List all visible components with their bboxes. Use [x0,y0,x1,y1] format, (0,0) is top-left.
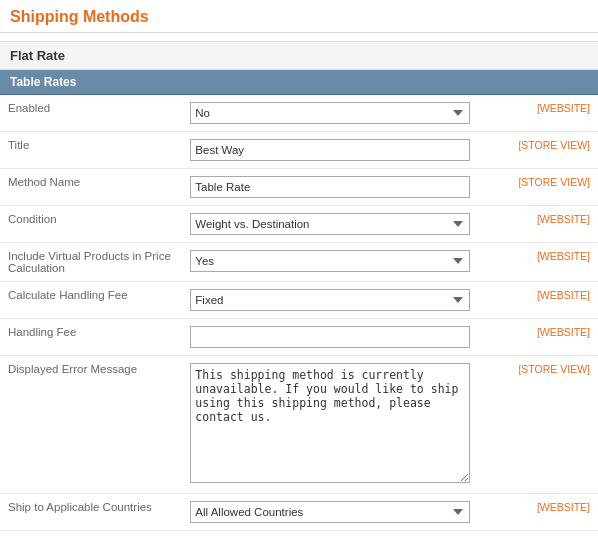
displayed-error-message-row: Displayed Error Message This shipping me… [0,356,598,494]
enabled-scope: [WEBSITE] [504,95,598,132]
method-name-scope: [STORE VIEW] [504,169,598,206]
condition-label: Condition [0,206,182,243]
method-name-input[interactable] [190,176,470,198]
settings-form: Enabled No Yes [WEBSITE] Title [STORE VI… [0,95,598,531]
page-title: Shipping Methods [10,8,149,25]
ship-to-applicable-countries-select[interactable]: All Allowed Countries Specific Countries [190,501,470,523]
title-scope: [STORE VIEW] [504,132,598,169]
ship-to-applicable-countries-scope: [WEBSITE] [504,494,598,531]
ship-to-applicable-countries-input-cell: All Allowed Countries Specific Countries [182,494,504,531]
handling-fee-row: Handling Fee [WEBSITE] [0,319,598,356]
condition-input-cell: Weight vs. Destination Price vs. Destina… [182,206,504,243]
handling-fee-input[interactable] [190,326,470,348]
include-virtual-row: Include Virtual Products in Price Calcul… [0,243,598,282]
include-virtual-label: Include Virtual Products in Price Calcul… [0,243,182,282]
method-name-label: Method Name [0,169,182,206]
flat-rate-section-header: Flat Rate [0,41,598,70]
include-virtual-scope: [WEBSITE] [504,243,598,282]
condition-select[interactable]: Weight vs. Destination Price vs. Destina… [190,213,470,235]
condition-scope: [WEBSITE] [504,206,598,243]
displayed-error-message-textarea[interactable]: This shipping method is currently unavai… [190,363,470,483]
method-name-row: Method Name [STORE VIEW] [0,169,598,206]
ship-to-applicable-countries-row: Ship to Applicable Countries All Allowed… [0,494,598,531]
page-header: Shipping Methods [0,0,598,33]
table-rates-subsection-header: Table Rates [0,70,598,95]
calculate-handling-fee-input-cell: Fixed Percent [182,282,504,319]
title-row: Title [STORE VIEW] [0,132,598,169]
enabled-row: Enabled No Yes [WEBSITE] [0,95,598,132]
ship-to-applicable-countries-label: Ship to Applicable Countries [0,494,182,531]
include-virtual-select[interactable]: Yes No [190,250,470,272]
enabled-label: Enabled [0,95,182,132]
calculate-handling-fee-scope: [WEBSITE] [504,282,598,319]
title-label: Title [0,132,182,169]
condition-row: Condition Weight vs. Destination Price v… [0,206,598,243]
enabled-input-cell: No Yes [182,95,504,132]
displayed-error-message-label: Displayed Error Message [0,356,182,494]
handling-fee-scope: [WEBSITE] [504,319,598,356]
title-input-cell [182,132,504,169]
calculate-handling-fee-select[interactable]: Fixed Percent [190,289,470,311]
displayed-error-message-input-cell: This shipping method is currently unavai… [182,356,504,494]
calculate-handling-fee-row: Calculate Handling Fee Fixed Percent [WE… [0,282,598,319]
calculate-handling-fee-label: Calculate Handling Fee [0,282,182,319]
method-name-input-cell [182,169,504,206]
title-input[interactable] [190,139,470,161]
handling-fee-input-cell [182,319,504,356]
handling-fee-label: Handling Fee [0,319,182,356]
displayed-error-message-scope: [STORE VIEW] [504,356,598,494]
include-virtual-input-cell: Yes No [182,243,504,282]
enabled-select[interactable]: No Yes [190,102,470,124]
